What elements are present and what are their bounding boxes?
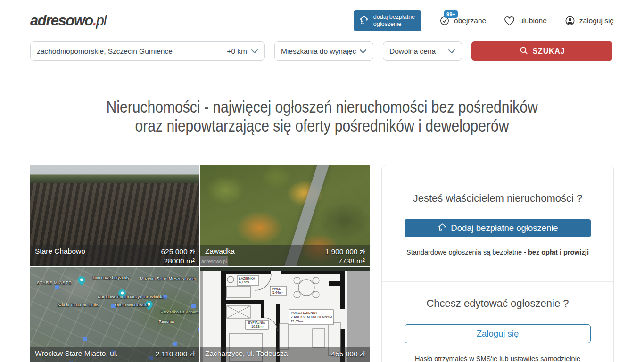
map-label: Narodowe Forum Muzyki im. Witolda... [98,295,132,299]
sidebar-add-listing-label: Dodaj bezpłatne ogłoszenie [451,223,558,233]
house-plus-icon [358,14,370,27]
map-label: Park Mikołaja Kopernika [160,310,199,314]
listings-grid: Stare Chabowo 625 000 zł 28000 m² adreso… [30,165,370,362]
svg-text:ŁAZIENKA: ŁAZIENKA [239,277,255,280]
edit-heading: Chcesz edytować ogłoszenie ? [405,297,591,310]
listing-name: Stare Chabowo [35,247,85,266]
hero: Nieruchomości - najwięcej ogłoszeń nieru… [0,98,644,135]
listing-caption: Zacharzyce, ul. Tadeusza 455 000 zł [200,347,370,362]
search-icon [519,46,528,57]
radius-select[interactable]: +0 km [227,47,258,56]
map-label: STARE MIASTO [37,280,72,285]
search-button[interactable]: SZUKAJ [471,41,612,61]
svg-text:SYPIALNIA: SYPIALNIA [248,321,265,324]
listing-card[interactable]: adresowo.pl Zawadka 1 900 000 zł 7738 m² [200,165,370,266]
svg-text:10,38m²: 10,38m² [251,325,264,328]
logo-name: adresowo [30,12,93,29]
listing-price: 2 110 800 zł [156,349,195,359]
sidebar-add-listing-button[interactable]: Dodaj bezpłatne ogłoszenie [405,219,591,237]
sidebar-divider [382,281,613,282]
map-marker-icon [55,285,59,289]
category-value: Mieszkania do wynajęc [281,47,356,56]
category-select[interactable]: Mieszkania do wynajęc [274,41,373,61]
page: adresowo.pl dodaj bezpłatne ogłoszenie 9… [0,0,644,362]
listing-card[interactable]: Stare Chabowo 625 000 zł 28000 m² [30,165,199,266]
favorites-label: ulubione [519,16,547,25]
svg-text:POKÓJ DZIENNY: POKÓJ DZIENNY [291,311,318,314]
header-actions: dodaj bezpłatne ogłoszenie 99+ obejrzane [354,10,614,31]
edit-note: Hasło otrzymałeś w SMS'ie lub ustawiłeś … [405,355,591,362]
page-title: Nieruchomości - najwięcej ogłoszeń nieru… [106,98,537,135]
search-bar: zachodniopomorskie, Szczecin Gumieńce +0… [0,41,644,71]
heart-icon [504,16,515,26]
house-plus-icon [437,222,447,235]
add-listing-label: dodaj bezpłatne ogłoszenie [373,14,415,28]
user-icon [565,16,575,26]
favorites-link[interactable]: ulubione [504,16,547,26]
login-label: zaloguj się [579,16,614,25]
svg-text:HALL: HALL [272,287,281,290]
listing-name: Zacharzyce, ul. Tadeusza [205,349,288,362]
owner-note: Standardowe ogłoszenia są bezpłatne - be… [405,248,591,256]
chevron-down-icon [359,47,367,56]
listing-name: Wrocław Stare Miasto, ul. [35,349,117,362]
price-value: Dowolna cena [389,47,436,56]
login-link[interactable]: zaloguj się [565,16,614,26]
logo[interactable]: adresowo.pl [30,12,106,29]
listing-caption: Wrocław Stare Miasto, ul. 2 110 800 zł [30,347,199,362]
chevron-down-icon [251,47,258,56]
header: adresowo.pl dodaj bezpłatne ogłoszenie 9… [0,0,644,41]
viewed-count-badge: 99+ [444,10,458,18]
map-label: Muzeum Sztuki Mieszczańskiej [140,276,188,281]
logo-tld: pl [96,12,106,29]
location-input[interactable]: zachodniopomorskie, Szczecin Gumieńce +0… [30,41,265,61]
main-content: Stare Chabowo 625 000 zł 28000 m² adreso… [0,165,644,362]
map-label: Renoma [159,319,174,324]
logo-dot: . [93,12,96,29]
sidebar-login-label: Zaloguj się [477,329,519,339]
svg-text:21,33m²: 21,33m² [291,320,303,323]
map-label: Szkoła Tańca No Limits [57,303,99,307]
owner-heading: Jesteś właścicielem nieruchomości ? [405,192,591,205]
svg-text:Z ANEKSEM KUCHENNYM: Z ANEKSEM KUCHENNYM [291,315,332,319]
viewed-link[interactable]: 99+ obejrzane [439,16,486,26]
location-value: zachodniopomorskie, Szczecin Gumieńce [37,47,173,56]
map-pin-icon [78,276,85,288]
search-button-label: SZUKAJ [533,47,565,56]
listing-area: 28000 m² [161,256,195,266]
svg-text:4,16m²: 4,16m² [239,280,249,284]
chevron-down-icon [448,47,455,56]
sidebar-panel: Jesteś właścicielem nieruchomości ? Doda… [381,165,614,362]
listing-price: 455 000 zł [331,349,365,359]
listing-card[interactable]: ŁAZIENKA 4,16m² HALL 5,44m² POKÓJ DZIENN… [200,267,370,362]
add-listing-button[interactable]: dodaj bezpłatne ogłoszenie [354,10,421,31]
radius-value: +0 km [227,47,247,56]
map-label: Opera Wrocławska [115,303,149,307]
listing-card[interactable]: STARE MIASTO kino nowe horyzonty Muzeum … [30,267,199,362]
photo-watermark: adresowo.pl [200,256,228,266]
listing-caption: Stare Chabowo 625 000 zł 28000 m² [30,245,199,266]
listing-price: 625 000 zł [161,247,195,256]
listing-price: 1 900 000 zł [325,247,365,256]
svg-text:5,44m²: 5,44m² [272,291,283,294]
map-label: kino nowe horyzonty [93,275,130,280]
sidebar-login-button[interactable]: Zaloguj się [405,324,591,343]
listing-area: 7738 m² [325,256,365,266]
viewed-label: obejrzane [454,16,486,25]
price-select[interactable]: Dowolna cena [383,41,462,61]
